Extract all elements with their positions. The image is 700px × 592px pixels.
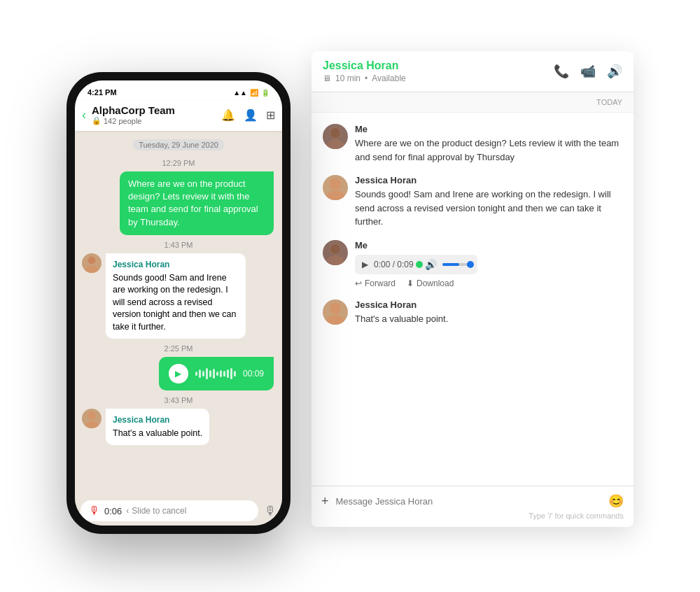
signal-icon: 📶 — [250, 89, 258, 97]
mic-recording-icon: 🎙 — [89, 505, 100, 517]
incoming-bubble-1: Jessica Horan Sounds good! Sam and Irene… — [106, 253, 246, 339]
forward-icon: ↩ — [355, 279, 362, 288]
time-label-1: 12:29 PM — [82, 159, 275, 167]
svg-point-12 — [330, 244, 340, 254]
play-button[interactable]: ▶ — [169, 364, 188, 383]
dc-me-avatar-1 — [323, 124, 348, 149]
svg-point-8 — [330, 178, 341, 190]
voice-bubble: ▶ 00:09 — [159, 357, 274, 390]
dc-audio-controls: ▶ 0:00 / 0:09 🔊 — [355, 255, 477, 274]
dc-sender-me-1: Me — [355, 124, 622, 134]
dc-header-actions: 📞 📹 🔊 — [554, 64, 622, 79]
voice-call-icon[interactable]: 📞 — [554, 64, 569, 79]
svg-point-1 — [85, 266, 99, 273]
grid-icon[interactable]: ⊞ — [266, 108, 275, 122]
jessica-name-1: Jessica Horan — [113, 259, 239, 271]
back-arrow-icon[interactable]: ‹ — [82, 108, 86, 122]
time-label-4: 3:43 PM — [82, 396, 275, 404]
jessica-name-2: Jessica Horan — [113, 414, 202, 426]
message-input[interactable] — [336, 496, 601, 507]
wifi-icon: ▲▲ — [233, 89, 247, 97]
recording-indicator: 🎙 0:06 ‹ Slide to cancel — [80, 500, 258, 521]
phone-input-bar: 🎙 0:06 ‹ Slide to cancel 🎙 — [75, 496, 282, 526]
slide-cancel: ‹ Slide to cancel — [126, 506, 186, 516]
status-time: 4:21 PM — [88, 88, 117, 97]
dc-msg-jessica-1: Jessica Horan Sounds good! Sam and Irene… — [323, 175, 622, 229]
dc-text-jessica-1: Sounds good! Sam and Irene are working o… — [355, 188, 622, 229]
svg-point-3 — [88, 411, 96, 420]
incoming-msg-2: Jessica Horan That's a valuable point. — [82, 409, 275, 445]
dc-sender-me-audio: Me — [355, 240, 477, 251]
svg-point-2 — [88, 257, 95, 264]
dc-text-me-1: Where are we on the product design? Lets… — [355, 136, 622, 164]
scene: 4:21 PM ▲▲ 📶 🔋 ‹ AlphaCorp Team 🔒 142 pe… — [14, 9, 686, 583]
dc-volume-bar[interactable] — [442, 263, 470, 266]
svg-point-9 — [326, 190, 344, 200]
dc-jessica-avatar-2 — [323, 299, 348, 325]
dc-me-avatar-audio — [323, 240, 348, 265]
dc-audio-time: 0:00 / 0:09 — [374, 260, 414, 269]
phone-header-actions: 🔔 👤 ⊞ — [221, 108, 275, 122]
time-label-2: 1:43 PM — [82, 241, 275, 249]
chat-subtitle: 🔒 142 people — [92, 116, 216, 125]
volume-dc-icon[interactable]: 🔊 — [607, 64, 622, 79]
svg-point-7 — [330, 128, 340, 138]
dc-volume-icon[interactable]: 🔊 — [425, 259, 437, 270]
battery-icon: 🔋 — [261, 89, 270, 97]
jessica-avatar-2 — [82, 409, 102, 428]
add-attachment-icon[interactable]: + — [321, 494, 329, 509]
svg-point-14 — [326, 315, 344, 325]
phone-header: ‹ AlphaCorp Team 🔒 142 people 🔔 👤 ⊞ — [75, 100, 282, 131]
dc-text-jessica-2: That's a valuable point. — [355, 312, 448, 326]
dc-progress-thumb — [416, 261, 423, 268]
dc-contact-name: Jessica Horan — [323, 59, 406, 72]
dc-msg-content-audio: Me ▶ 0:00 / 0:09 🔊 — [355, 240, 477, 288]
svg-point-6 — [326, 139, 344, 149]
monitor-icon: 🖥 — [323, 73, 331, 83]
dc-header: Jessica Horan 🖥 10 min • Available 📞 📹 🔊 — [312, 51, 634, 92]
dc-header-status: 🖥 10 min • Available — [323, 73, 406, 83]
dc-msg-jessica-2: Jessica Horan That's a valuable point. — [323, 299, 622, 326]
voice-duration: 00:09 — [243, 369, 264, 379]
record-time: 0:06 — [104, 506, 122, 516]
lock-icon: 🔒 — [92, 116, 102, 125]
forward-button[interactable]: ↩ Forward — [355, 279, 396, 288]
video-call-icon[interactable]: 📹 — [580, 64, 596, 79]
incoming-bubble-2: Jessica Horan That's a valuable point. — [106, 409, 209, 445]
dc-msg-content-me-1: Me Where are we on the product design? L… — [355, 124, 622, 164]
mic-icon-right[interactable]: 🎙 — [264, 504, 276, 519]
dc-msg-content-jessica-2: Jessica Horan That's a valuable point. — [355, 299, 448, 326]
dc-header-info: Jessica Horan 🖥 10 min • Available — [323, 59, 406, 83]
emoji-icon[interactable]: 😊 — [608, 493, 624, 509]
dc-msg-me-1: Me Where are we on the product design? L… — [323, 124, 622, 164]
phone-screen: 4:21 PM ▲▲ 📶 🔋 ‹ AlphaCorp Team 🔒 142 pe… — [75, 80, 282, 526]
phone-header-info: AlphaCorp Team 🔒 142 people — [92, 104, 216, 125]
phone-chat-area: Tuesday, 29 June 2020 12:29 PM Where are… — [75, 131, 282, 496]
dc-volume-fill — [442, 263, 459, 266]
time-label-3: 2:25 PM — [82, 344, 275, 353]
dc-input-row: + 😊 — [321, 493, 624, 509]
svg-point-13 — [330, 303, 341, 314]
desktop-chat: Jessica Horan 🖥 10 min • Available 📞 📹 🔊… — [312, 51, 634, 527]
chat-title: AlphaCorp Team — [92, 104, 216, 116]
dc-msg-content-jessica-1: Jessica Horan Sounds good! Sam and Irene… — [355, 175, 622, 229]
dc-today-label: TODAY — [312, 92, 634, 113]
dc-sender-jessica-1: Jessica Horan — [355, 175, 622, 185]
download-button[interactable]: ⬇ Download — [407, 279, 454, 288]
dc-audio-actions: ↩ Forward ⬇ Download — [355, 279, 477, 288]
dc-play-icon[interactable]: ▶ — [362, 260, 368, 269]
volume-icon[interactable]: 🔔 — [221, 108, 235, 122]
phone-mockup: 4:21 PM ▲▲ 📶 🔋 ‹ AlphaCorp Team 🔒 142 pe… — [66, 72, 290, 534]
status-bar: 4:21 PM ▲▲ 📶 🔋 — [75, 80, 282, 100]
status-icons: ▲▲ 📶 🔋 — [233, 89, 270, 97]
add-person-icon[interactable]: 👤 — [244, 108, 258, 122]
waveform — [195, 367, 236, 381]
jessica-avatar-1 — [82, 253, 102, 273]
dc-messages: Me Where are we on the product design? L… — [312, 113, 634, 486]
dc-msg-me-audio: Me ▶ 0:00 / 0:09 🔊 — [323, 240, 622, 288]
svg-point-11 — [326, 255, 344, 265]
svg-point-4 — [85, 421, 99, 428]
download-icon: ⬇ — [407, 279, 414, 288]
outgoing-bubble-1: Where are we on the product design? Lets… — [120, 171, 274, 235]
dc-jessica-avatar-1 — [323, 175, 348, 200]
